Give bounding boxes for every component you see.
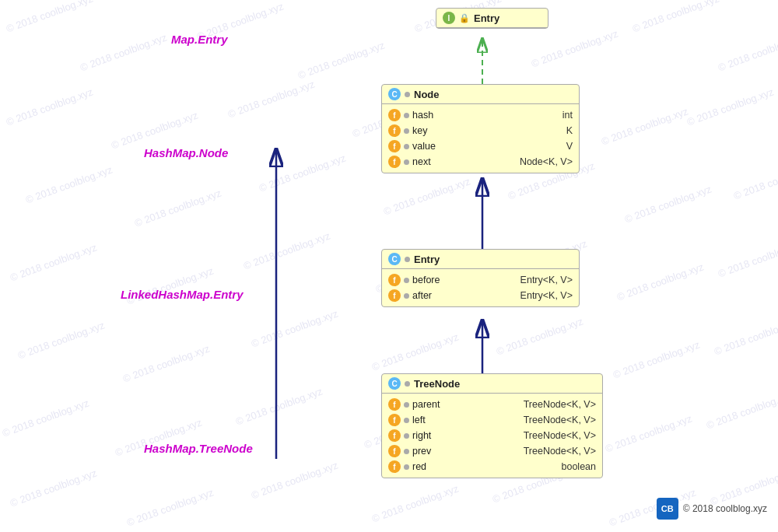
- treenode-box-title: TreeNode: [414, 378, 460, 390]
- table-row: f parent TreeNode<K, V>: [382, 397, 602, 412]
- table-row: f right TreeNode<K, V>: [382, 428, 602, 443]
- dot: [404, 402, 409, 408]
- field-icon-left: f: [388, 414, 401, 426]
- table-row: f left TreeNode<K, V>: [382, 412, 602, 428]
- table-row: f hash int: [382, 107, 579, 123]
- entry-icon: I: [443, 12, 455, 24]
- entry-box-title: Entry: [474, 12, 499, 24]
- field-icon-right: f: [388, 429, 401, 442]
- field-name-right: right: [412, 430, 455, 441]
- field-name-hash: hash: [412, 110, 455, 121]
- map-entry-label: Map.Entry: [171, 33, 228, 46]
- dot: [404, 293, 409, 299]
- entry2-box-header: C Entry: [382, 250, 579, 269]
- table-row: f prev TreeNode<K, V>: [382, 443, 602, 459]
- field-icon-value: f: [388, 140, 401, 152]
- field-name-parent: parent: [412, 399, 455, 410]
- hashmap-treenode-label: HashMap.TreeNode: [144, 442, 253, 455]
- table-row: f red boolean: [382, 459, 602, 474]
- field-type-key: K: [566, 125, 573, 136]
- entry-box-header: I 🔒 Entry: [436, 9, 548, 28]
- linkedhashmap-entry-label: LinkedHashMap.Entry: [121, 288, 244, 301]
- field-name-red: red: [412, 461, 455, 472]
- treenode-box-header: C TreeNode: [382, 374, 602, 394]
- treenode-dot: [405, 381, 410, 387]
- table-row: f after Entry<K, V>: [382, 288, 579, 303]
- field-type-after: Entry<K, V>: [520, 290, 573, 301]
- entry-box: I 🔒 Entry: [436, 8, 548, 29]
- treenode-icon: C: [388, 377, 401, 390]
- hashmap-node-label: HashMap.Node: [144, 146, 228, 159]
- field-icon-parent: f: [388, 398, 401, 411]
- field-type-prev: TreeNode<K, V>: [524, 446, 596, 457]
- dot: [404, 418, 409, 423]
- field-type-value: V: [566, 141, 573, 152]
- dot: [404, 464, 409, 470]
- field-name-prev: prev: [412, 446, 455, 457]
- dot: [404, 433, 409, 439]
- dot: [404, 159, 409, 165]
- entry2-dot: [405, 257, 410, 262]
- field-icon-after: f: [388, 289, 401, 302]
- dot: [404, 449, 409, 454]
- dot: [404, 144, 409, 149]
- node-box: C Node f hash int f key K f value V f ne…: [381, 84, 580, 173]
- cb-logo: CB: [657, 498, 678, 520]
- field-type-right: TreeNode<K, V>: [524, 430, 596, 441]
- field-type-left: TreeNode<K, V>: [524, 415, 596, 425]
- cb-badge-text: © 2018 coolblog.xyz: [683, 503, 767, 514]
- field-name-left: left: [412, 415, 455, 425]
- field-icon-hash: f: [388, 109, 401, 121]
- field-icon-prev: f: [388, 445, 401, 457]
- entry-lock-icon: 🔒: [459, 12, 470, 23]
- field-icon-red: f: [388, 460, 401, 473]
- dot: [404, 113, 409, 118]
- field-icon-key: f: [388, 124, 401, 137]
- field-name-value: value: [412, 141, 455, 152]
- treenode-box: C TreeNode f parent TreeNode<K, V> f lef…: [381, 373, 603, 478]
- node-box-body: f hash int f key K f value V f next Node…: [382, 104, 579, 173]
- node-box-title: Node: [414, 89, 440, 100]
- field-icon-next: f: [388, 156, 401, 168]
- dot: [404, 128, 409, 134]
- field-name-key: key: [412, 125, 455, 136]
- field-type-before: Entry<K, V>: [520, 275, 573, 285]
- table-row: f value V: [382, 138, 579, 154]
- entry2-box-body: f before Entry<K, V> f after Entry<K, V>: [382, 269, 579, 306]
- node-dot: [405, 92, 410, 97]
- node-icon: C: [388, 88, 401, 100]
- node-box-header: C Node: [382, 85, 579, 104]
- table-row: f key K: [382, 123, 579, 138]
- entry2-box-title: Entry: [414, 254, 440, 265]
- entry2-icon: C: [388, 253, 401, 265]
- treenode-box-body: f parent TreeNode<K, V> f left TreeNode<…: [382, 394, 602, 478]
- cb-badge: CB © 2018 coolblog.xyz: [657, 498, 767, 520]
- field-name-next: next: [412, 156, 455, 167]
- field-icon-before: f: [388, 274, 401, 286]
- table-row: f before Entry<K, V>: [382, 272, 579, 288]
- dot: [404, 278, 409, 283]
- field-type-next: Node<K, V>: [520, 156, 573, 167]
- field-type-red: boolean: [562, 461, 597, 472]
- entry2-box: C Entry f before Entry<K, V> f after Ent…: [381, 249, 580, 307]
- field-type-parent: TreeNode<K, V>: [524, 399, 596, 410]
- field-type-hash: int: [562, 110, 573, 121]
- table-row: f next Node<K, V>: [382, 154, 579, 170]
- field-name-after: after: [412, 290, 455, 301]
- field-name-before: before: [412, 275, 455, 285]
